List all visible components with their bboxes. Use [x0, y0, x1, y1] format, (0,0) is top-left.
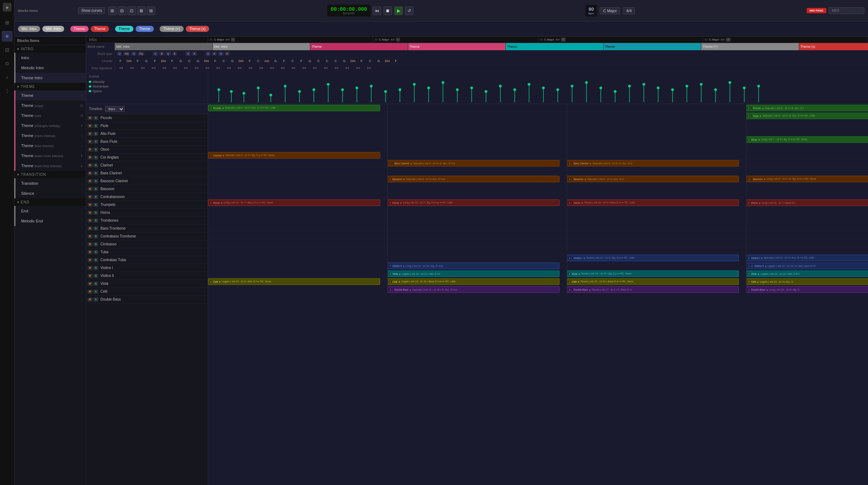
track-horns-mute[interactable]: M: [88, 211, 93, 215]
seg-violins-ii-1[interactable]: 3 Violins II ▲ Long | orb 13 - ch 16 ▪ B…: [387, 263, 560, 269]
seg-double-bass-3[interactable]: 1 Double Bass ▲ Long | orb 16 - ch 8 ▪ B…: [746, 286, 868, 293]
sidebar-item-theme-1[interactable]: Theme ↑: [14, 90, 86, 100]
track-trombones-mute[interactable]: M: [88, 218, 93, 223]
track-bassoon-clarinet-solo[interactable]: S: [93, 179, 98, 183]
track-bassoon-mute[interactable]: M: [88, 187, 93, 191]
grid-icon-2[interactable]: ⊟: [118, 6, 126, 15]
track-contrabass-trombone-mute[interactable]: M: [88, 234, 93, 239]
block-pill-theme-plus[interactable]: Theme (+): [160, 26, 183, 32]
section-end-header[interactable]: ▾ END: [14, 198, 86, 206]
seg-celli-4[interactable]: 3 Celli ▲ Legato | orb 15 - ch 9 ▪ Acc. …: [746, 278, 868, 285]
track-clarinet-mute[interactable]: M: [88, 163, 93, 168]
track-celli-solo[interactable]: S: [93, 289, 98, 294]
seg-violins-i-2[interactable]: 4 Violins I ▲ Spiccato | orb 13 - ch 3 ▪…: [746, 255, 868, 261]
track-trumpets-solo[interactable]: S: [93, 203, 98, 207]
seg-violins-i-1[interactable]: 4♫ Violins I ▲ Tenuto | orb 13 - ch 4 ▪ …: [567, 255, 739, 261]
track-flute-mute[interactable]: M: [88, 124, 93, 128]
track-bassoon-clarinet-mute[interactable]: M: [88, 179, 93, 183]
block-pill-mel-intro-active[interactable]: Mel. Intro: [42, 26, 65, 32]
sidebar-item-end[interactable]: End: [14, 206, 86, 216]
track-cimbasso-mute[interactable]: M: [88, 242, 93, 246]
track-bass-clarinet-solo[interactable]: S: [93, 171, 98, 175]
track-horns-solo[interactable]: S: [93, 211, 98, 215]
play-button[interactable]: ▶: [394, 6, 403, 15]
track-contrabass-trombone-solo[interactable]: S: [93, 234, 98, 239]
block-pill-theme-2[interactable]: Theme: [91, 26, 109, 32]
block-pill-theme-x[interactable]: Theme (x): [186, 26, 209, 32]
midi-button[interactable]: MID PANC: [807, 8, 826, 13]
track-bass-clarinet-mute[interactable]: M: [88, 171, 93, 175]
seg-bass-clarinet-2[interactable]: 2♫ Bass Clarinet ▲ Staccato | orb 8 - ch…: [567, 160, 739, 166]
seg-bassoon-1[interactable]: 2 Bassoon ▲ Staccato | orb 9 - ch 3 ▪ Ac…: [387, 176, 560, 182]
track-trumpets-mute[interactable]: M: [88, 203, 93, 207]
track-violins-ii-mute[interactable]: M: [88, 274, 93, 278]
track-tuba-mute[interactable]: M: [88, 250, 93, 254]
track-bass-flute-mute[interactable]: M: [88, 140, 93, 144]
seg-double-bass-1[interactable]: 2♫ Double Bass ▲ Spiccato | orb 16 - ch …: [387, 286, 560, 293]
track-alto-flute-mute[interactable]: M: [88, 132, 93, 136]
seg-viola-3[interactable]: 4 Viola ▲ Legato | orb 14 - ch 12 ▪ Mel.…: [746, 270, 868, 277]
seg-double-bass-2[interactable]: 4♫ Double Bass ▲ Tenuto | orb 17 - ch 1 …: [567, 286, 739, 293]
track-bass-flute-solo[interactable]: S: [93, 140, 98, 144]
track-piccolo-mute[interactable]: M: [88, 116, 93, 120]
nav-extra-icon[interactable]: ⋮: [2, 85, 13, 96]
seg-oboe-1[interactable]: 3 Oboe ▲ Long | orb 7 - ch 9 ▪ Bg. D m ↦…: [746, 136, 868, 143]
block-pill-theme-blue[interactable]: Theme: [136, 26, 154, 32]
seg-clarinet-1[interactable]: 3 Clarinet ▲ Marcato | orb 8 - ch 6 ▪ Bg…: [208, 152, 380, 159]
show-curves-button[interactable]: Show curves: [78, 7, 105, 14]
nav-settings-icon[interactable]: ⊙: [2, 58, 13, 69]
sidebar-item-theme-even-more[interactable]: Theme (even more intense) ⇑: [14, 151, 86, 161]
sidebar-item-theme-intro[interactable]: Theme Intro: [14, 73, 86, 83]
track-cimbasso-solo[interactable]: S: [93, 242, 98, 246]
track-bass-trombone-solo[interactable]: S: [93, 226, 98, 231]
track-oboe-mute[interactable]: M: [88, 147, 93, 152]
seg-horns-1[interactable]: 4 Horns ▲ Long | orb 10 - ch 7 ▪ Bass D …: [208, 199, 380, 206]
sidebar-item-theme-even-less[interactable]: Theme (even less intense) ⇓: [14, 161, 86, 171]
bars-select[interactable]: Bars Beats: [105, 106, 124, 112]
go-start-button[interactable]: ⏮: [373, 6, 381, 15]
track-clarinet-solo[interactable]: S: [93, 163, 98, 168]
track-alto-flute-solo[interactable]: S: [93, 132, 98, 136]
sidebar-item-intro[interactable]: Intro: [14, 53, 86, 63]
track-viola-mute[interactable]: M: [88, 282, 93, 286]
seg-horns-4[interactable]: 4 Horns ▲ Long | orb 10 - ch 7 ▪ Bass D …: [746, 199, 868, 206]
seg-piccolo-1[interactable]: 3 Piccolo ▲ Staccato | orb 6 - ch 3 ▪ Ac…: [208, 105, 380, 111]
sidebar-item-theme-more[interactable]: Theme (more intense) ↑: [14, 131, 86, 141]
nav-piano-icon[interactable]: ♪: [2, 72, 13, 83]
track-viola-solo[interactable]: S: [93, 282, 98, 286]
loop-button[interactable]: ↺: [405, 6, 414, 15]
nav-blocks-icon[interactable]: ⊞: [2, 17, 13, 28]
track-tuba-solo[interactable]: S: [93, 250, 98, 254]
section-btn-4[interactable]: ↺: [726, 38, 731, 42]
block-pill-theme-cyan[interactable]: Theme: [115, 26, 133, 32]
section-theme-header[interactable]: ▾ THEME: [14, 83, 86, 90]
nav-timeline-icon[interactable]: ≡: [2, 31, 13, 42]
track-trombones-solo[interactable]: S: [93, 218, 98, 223]
seg-viola-1[interactable]: 3 Viola ▲ Legato | orb 14 - ch 12 ▪ Mel.…: [387, 270, 560, 277]
section-btn-1[interactable]: +: [231, 38, 235, 42]
seg-celli-1[interactable]: 4 Celli ▲ Legato | orb 15 - ch 9 ▪ Mel. …: [208, 278, 380, 285]
seg-bass-clarinet-1[interactable]: 2♫ Bass Clarinet ▲ Staccato | orb 8 - ch…: [387, 160, 560, 166]
seg-viola-2[interactable]: 4 Viola ▲ Tenuto | orb 14 - ch 15 ▪ Bg. …: [567, 270, 739, 277]
seg-celli-3[interactable]: 1 Celli ▲ Tenuto | orb 15 - ch 10 ▪ Bass…: [567, 278, 739, 285]
section-intro-header[interactable]: ▾ INTRO: [14, 45, 86, 53]
seg-piccolo-2[interactable]: 2♫ Piccolo ▲ Staccato | orb 6 - ch 3 ▪ D…: [746, 105, 868, 111]
sidebar-item-melodic-end[interactable]: Melodic End: [14, 216, 86, 226]
track-celli-mute[interactable]: M: [88, 289, 93, 294]
section-transition-header[interactable]: ▾ TRANSITION: [14, 171, 86, 178]
seg-flute-1[interactable]: 2♫ Flute ▲ Staccato | orb 6 - ch 9 ▪ D. …: [746, 113, 868, 119]
sidebar-item-theme-var[interactable]: Theme (var) ↺: [14, 110, 86, 121]
track-contrabassoon-mute[interactable]: M: [88, 195, 93, 199]
track-double-bass-solo[interactable]: S: [93, 297, 98, 302]
seg-horns-2[interactable]: 4 Horns ▲ Long | orb 10 - ch 7 ▪ Bg. D m…: [387, 199, 560, 206]
track-contrabassoon-solo[interactable]: S: [93, 195, 98, 199]
sidebar-item-theme-copy[interactable]: Theme (copy) ⊡: [14, 100, 86, 110]
sidebar-item-transition[interactable]: Transition: [14, 178, 86, 188]
sidebar-item-theme-changes[interactable]: Theme (changes melody) ≡: [14, 121, 86, 131]
sidebar-item-silence[interactable]: Silence: [14, 188, 86, 198]
grid-icon-3[interactable]: ⊡: [127, 6, 136, 15]
track-cor-anglais-solo[interactable]: S: [93, 155, 98, 160]
track-violins-ii-solo[interactable]: S: [93, 274, 98, 278]
grid-icon-1[interactable]: ⊞: [108, 6, 117, 15]
track-piccolo-solo[interactable]: S: [93, 116, 98, 120]
